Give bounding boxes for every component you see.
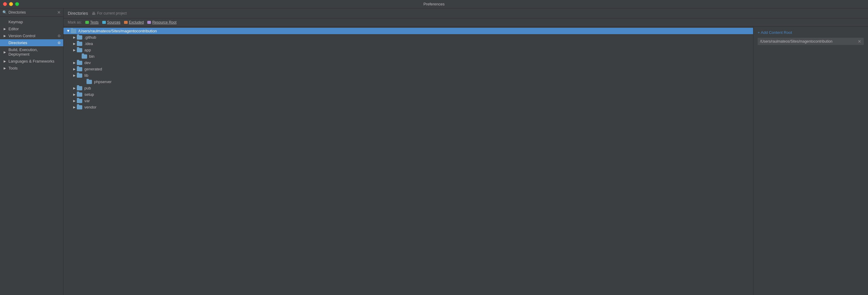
- tree-item-lib[interactable]: ▶ lib: [63, 72, 753, 78]
- sidebar-item-editor[interactable]: ▶ Editor: [0, 25, 63, 32]
- tree-item-dev[interactable]: ▶ dev: [63, 60, 753, 66]
- sidebar-item-tools[interactable]: ▶ Tools: [0, 65, 63, 72]
- mark-as-sources[interactable]: Sources: [102, 20, 120, 25]
- tree-arrow-generated: ▶: [72, 67, 77, 71]
- for-current-project-label: For current project: [97, 11, 127, 15]
- arrow-icon: ▶: [4, 27, 7, 31]
- sidebar-item-languages[interactable]: ▶ Languages & Frameworks: [0, 58, 63, 65]
- for-current-project: 🖶 For current project: [92, 11, 127, 16]
- folder-icon-pub: [77, 86, 82, 90]
- tree-arrow-dev: ▶: [72, 61, 77, 64]
- excluded-label: Excluded: [129, 20, 144, 25]
- tests-color-dot: [85, 21, 89, 24]
- content-root-item: /Users/raulmateos/Sites/magentocontribut…: [757, 38, 864, 45]
- content-root-close-button[interactable]: ✕: [858, 39, 861, 44]
- sidebar-item-label: Directories: [8, 40, 27, 45]
- folder-icon-dev: [77, 61, 82, 65]
- folder-icon-generated: [77, 67, 82, 71]
- tests-label: Tests: [90, 20, 99, 25]
- tree-item-root[interactable]: ▶ /Users/raulmateos/Sites/magentocontrib…: [63, 28, 753, 34]
- tree-arrow-idea: ▶: [72, 42, 77, 45]
- content-root-path: /Users/raulmateos/Sites/magentocontribut…: [760, 39, 856, 43]
- file-tree: ▶ /Users/raulmateos/Sites/magentocontrib…: [63, 27, 753, 295]
- tree-item-github[interactable]: ▶ .github: [63, 34, 753, 40]
- folder-icon-root: [71, 29, 76, 33]
- window-title: Preferences: [424, 2, 444, 6]
- gear-icon[interactable]: ⚙: [58, 34, 61, 38]
- tree-item-bin-label: bin: [89, 54, 94, 59]
- tree-item-setup[interactable]: ▶ setup: [63, 91, 753, 98]
- sidebar-item-build[interactable]: ▶ Build, Execution, Deployment: [0, 46, 63, 58]
- tree-arrow-app: ▶: [72, 48, 77, 52]
- excluded-color-dot: [124, 21, 128, 24]
- tree-item-vendor[interactable]: ▶ vendor: [63, 104, 753, 110]
- tree-item-phpserver[interactable]: phpserver: [63, 78, 753, 85]
- right-panel: + Add Content Root /Users/raulmateos/Sit…: [753, 27, 868, 295]
- tree-item-setup-label: setup: [84, 92, 94, 97]
- folder-icon-lib: [77, 73, 82, 78]
- tree-item-dev-label: dev: [84, 61, 91, 65]
- tree-arrow-github: ▶: [72, 36, 77, 39]
- tree-arrow-var: ▶: [72, 99, 77, 102]
- search-container: 🔍 ✕: [0, 8, 63, 17]
- sidebar-item-version-control[interactable]: ▶ Version Control ⚙: [0, 32, 63, 39]
- folder-icon-bin: [82, 55, 87, 59]
- sidebar-nav: Keymap ▶ Editor ▶ Version Control ⚙ Dire…: [0, 17, 63, 295]
- sidebar-item-label: Editor: [8, 27, 19, 31]
- split-pane: ▶ /Users/raulmateos/Sites/magentocontrib…: [63, 27, 868, 295]
- page-title: Directories: [68, 11, 88, 16]
- mark-as-tests[interactable]: Tests: [85, 20, 99, 25]
- mark-as-label: Mark as:: [68, 20, 82, 25]
- tree-item-var[interactable]: ▶ var: [63, 98, 753, 104]
- tree-item-generated[interactable]: ▶ generated: [63, 66, 753, 72]
- folder-icon-github: [77, 35, 82, 40]
- main-header: Directories 🖶 For current project: [63, 8, 868, 19]
- folder-icon-setup: [77, 93, 82, 97]
- arrow-icon: ▶: [4, 66, 7, 70]
- search-input[interactable]: [8, 10, 56, 14]
- main-content: Directories 🖶 For current project Mark a…: [63, 8, 868, 295]
- tree-item-pub[interactable]: ▶ pub: [63, 85, 753, 91]
- titlebar: Preferences: [0, 0, 868, 8]
- gear-icon[interactable]: ⚙: [58, 41, 61, 45]
- tree-item-github-label: .github: [84, 35, 96, 40]
- tree-arrow-setup: ▶: [72, 93, 77, 96]
- folder-icon-app: [77, 48, 82, 52]
- search-clear-icon[interactable]: ✕: [57, 10, 61, 14]
- mark-as-excluded[interactable]: Excluded: [124, 20, 144, 25]
- tree-arrow-pub: ▶: [72, 87, 77, 90]
- resource-root-color-dot: [147, 21, 151, 24]
- tree-arrow-vendor: ▶: [72, 105, 77, 109]
- tree-item-root-path: /Users/raulmateos/Sites/magentocontribut…: [78, 29, 157, 33]
- sidebar-item-label: Languages & Frameworks: [8, 59, 55, 63]
- tree-item-lib-label: lib: [84, 73, 88, 78]
- minimize-button[interactable]: [9, 2, 13, 6]
- sidebar-item-label: Build, Execution, Deployment: [8, 47, 60, 57]
- folder-icon-phpserver: [87, 80, 92, 84]
- app-container: 🔍 ✕ Keymap ▶ Editor ▶ Version Control ⚙: [0, 8, 868, 295]
- tree-item-pub-label: pub: [84, 86, 91, 90]
- tree-item-app[interactable]: ▶ app: [63, 47, 753, 53]
- add-content-root-button[interactable]: + Add Content Root: [757, 30, 864, 35]
- close-button[interactable]: [3, 2, 7, 6]
- tree-item-generated-label: generated: [84, 67, 102, 71]
- sidebar-item-label: Tools: [8, 66, 18, 70]
- tree-item-bin[interactable]: bin: [63, 53, 753, 60]
- folder-icon-idea: [77, 42, 82, 46]
- sidebar-item-keymap[interactable]: Keymap: [0, 19, 63, 25]
- maximize-button[interactable]: [15, 2, 19, 6]
- sidebar-item-label: Keymap: [8, 20, 23, 24]
- mark-as-bar: Mark as: Tests Sources Excluded Resource…: [63, 19, 868, 27]
- tree-arrow-root: ▶: [67, 29, 70, 34]
- tree-item-idea-label: .idea: [84, 41, 93, 46]
- sidebar-item-directories[interactable]: Directories ⚙: [0, 39, 63, 46]
- mark-as-resource-root[interactable]: Resource Root: [147, 20, 176, 25]
- arrow-icon: ▶: [4, 60, 7, 63]
- arrow-icon: ▶: [4, 34, 7, 37]
- tree-item-app-label: app: [84, 48, 91, 52]
- folder-icon-var: [77, 99, 82, 103]
- tree-arrow-lib: ▶: [72, 74, 77, 77]
- tree-item-idea[interactable]: ▶ .idea: [63, 40, 753, 47]
- sidebar: 🔍 ✕ Keymap ▶ Editor ▶ Version Control ⚙: [0, 8, 63, 295]
- folder-icon-vendor: [77, 105, 82, 109]
